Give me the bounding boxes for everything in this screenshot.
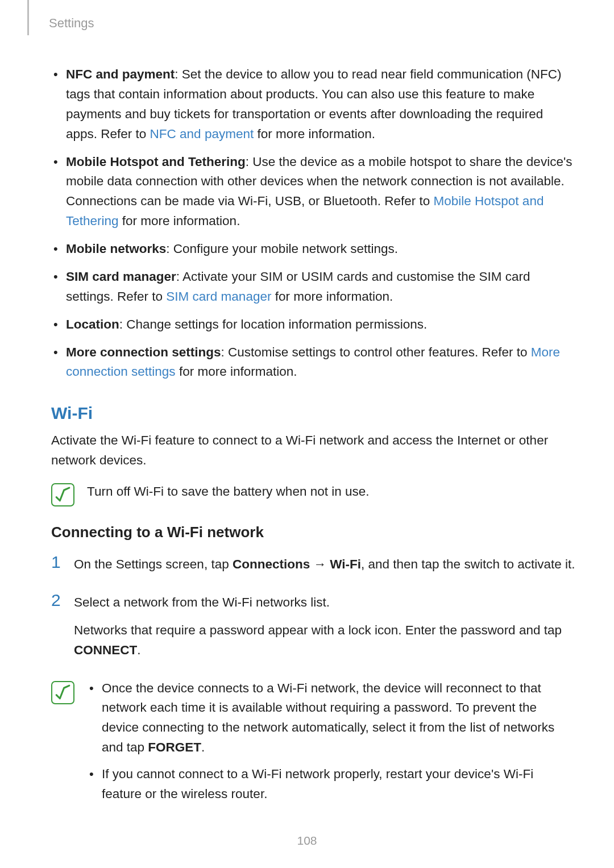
list-item: SIM card manager: Activate your SIM or U… xyxy=(51,267,575,307)
step-2-text-a: Select a network from the Wi-Fi networks… xyxy=(74,593,575,613)
bold-wifi: Wi-Fi xyxy=(330,557,361,571)
step-2: 2 Select a network from the Wi-Fi networ… xyxy=(51,593,575,668)
tip-text: If you cannot connect to a Wi-Fi network… xyxy=(102,767,533,801)
text: , and then tap the switch to activate it… xyxy=(361,557,575,571)
feature-list: NFC and payment: Set the device to allow… xyxy=(51,65,575,382)
item-title: Mobile Hotspot and Tethering xyxy=(66,155,246,169)
step-number: 2 xyxy=(51,592,64,609)
text: . xyxy=(137,643,140,657)
note-block: Turn off Wi-Fi to save the battery when … xyxy=(51,482,575,506)
item-title: Mobile networks xyxy=(66,242,166,256)
text: On the Settings screen, tap xyxy=(74,557,233,571)
item-title: NFC and payment xyxy=(66,67,175,81)
step-1: 1 On the Settings screen, tap Connection… xyxy=(51,555,575,583)
note-text: Turn off Wi-Fi to save the battery when … xyxy=(87,482,575,502)
page-number: 108 xyxy=(0,834,614,848)
step-1-text: On the Settings screen, tap Connections … xyxy=(74,555,575,575)
link-sim[interactable]: SIM card manager xyxy=(166,289,271,304)
link-nfc[interactable]: NFC and payment xyxy=(150,127,254,141)
text: Networks that require a password appear … xyxy=(74,623,562,637)
list-item: If you cannot connect to a Wi-Fi network… xyxy=(87,765,575,804)
list-item: Location: Change settings for location i… xyxy=(51,315,575,335)
item-text-after: for more information. xyxy=(176,364,297,379)
item-text-after: for more information. xyxy=(119,214,240,228)
item-text-after: for more information. xyxy=(254,127,375,141)
item-title: More connection settings xyxy=(66,345,221,359)
bold-forget: FORGET xyxy=(148,740,201,754)
item-title: SIM card manager xyxy=(66,269,176,284)
item-text-after: for more information. xyxy=(271,289,393,304)
list-item: Mobile networks: Configure your mobile n… xyxy=(51,239,575,259)
step-2-text-b: Networks that require a password appear … xyxy=(74,621,575,661)
header-divider xyxy=(27,0,29,35)
bold-connect: CONNECT xyxy=(74,643,137,657)
item-text: : Configure your mobile network settings… xyxy=(166,242,398,256)
wifi-intro: Activate the Wi-Fi feature to connect to… xyxy=(51,431,575,471)
list-item: Mobile Hotspot and Tethering: Use the de… xyxy=(51,152,575,232)
note-icon xyxy=(51,483,74,506)
list-item: NFC and payment: Set the device to allow… xyxy=(51,65,575,144)
arrow: → xyxy=(310,557,330,571)
bold-connections: Connections xyxy=(233,557,310,571)
list-item: More connection settings: Customise sett… xyxy=(51,343,575,383)
subsection-heading: Connecting to a Wi-Fi network xyxy=(51,524,575,541)
item-title: Location xyxy=(66,317,119,331)
step-number: 1 xyxy=(51,554,64,571)
tips-block: Once the device connects to a Wi-Fi netw… xyxy=(51,679,575,811)
item-text: : Customise settings to control other fe… xyxy=(221,345,531,359)
note-icon xyxy=(51,681,74,704)
list-item: Once the device connects to a Wi-Fi netw… xyxy=(87,679,575,758)
item-text: : Change settings for location informati… xyxy=(119,317,428,331)
text: . xyxy=(201,740,205,754)
tips-list: Once the device connects to a Wi-Fi netw… xyxy=(87,679,575,811)
page-header: Settings xyxy=(49,16,575,31)
section-heading-wifi: Wi-Fi xyxy=(51,404,575,423)
